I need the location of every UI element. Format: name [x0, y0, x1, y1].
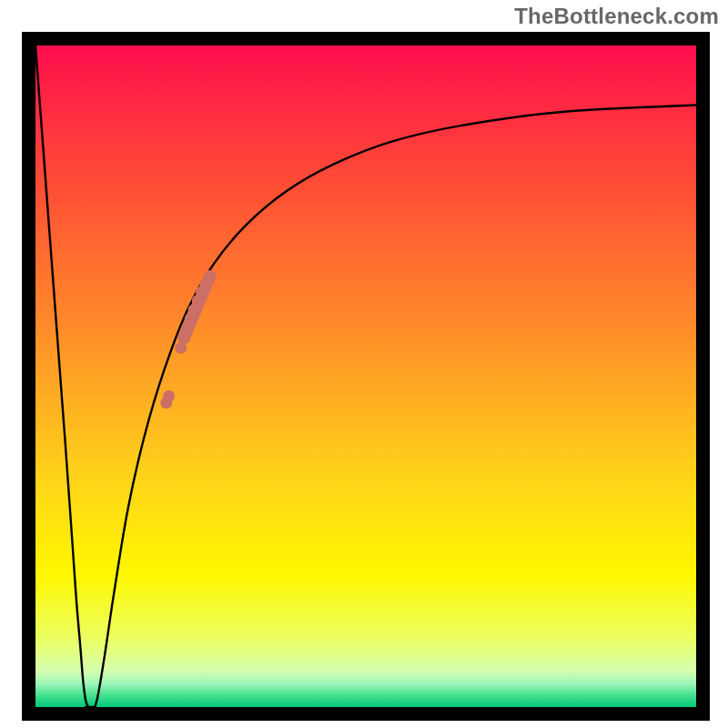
- marker-dot: [204, 270, 217, 283]
- chart-svg: [35, 46, 696, 707]
- plot-canvas: [35, 46, 696, 707]
- heatmap-background: [35, 46, 696, 707]
- plot-area: [22, 32, 710, 721]
- watermark-text: TheBottleneck.com: [514, 4, 719, 29]
- marker-dot: [163, 390, 175, 402]
- chart-stage: TheBottleneck.com: [0, 0, 728, 728]
